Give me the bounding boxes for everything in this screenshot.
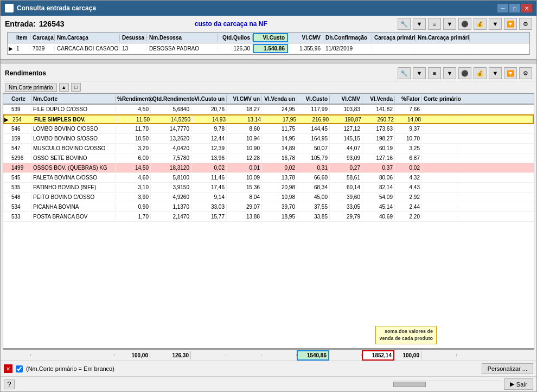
toolbar-btn-3[interactable]: ≡ <box>428 18 441 30</box>
error-icon-button[interactable]: ✕ <box>4 364 12 373</box>
cell-vl-cmv-8: 58,61 <box>330 174 362 181</box>
rend-row-3[interactable]: 546 LOMBO BOVINO C/OSSO 11,70 14,7770 9,… <box>3 124 534 134</box>
cell-vl-venda-11: 45,14 <box>362 203 395 210</box>
rendimentos-title: Rendimentos <box>5 69 46 77</box>
status-bar: ? ▶ Saír <box>1 376 536 391</box>
rend-row-1[interactable]: 539 FILE DUPLO C/OSSO 4,50 5,6840 20,76 … <box>3 105 534 114</box>
col-dh-confirmacao: Dh.Confirmação <box>323 34 372 41</box>
cell-vl-custo-un-12: 15,77 <box>191 213 227 220</box>
rend-toolbar-btn-9[interactable]: ⚙ <box>519 67 532 79</box>
rend-toolbar-btn-4[interactable]: ▼ <box>443 67 456 79</box>
total-vl-custo: 1540,86 <box>297 350 329 361</box>
rend-col-vl-custo: Vl.Custo <box>297 95 330 102</box>
main-content: Entrada: 126543 custo da carcaça na NF 🔧… <box>1 16 536 391</box>
rend-row-5[interactable]: 547 MUSCULO BOVINO C/OSSO 3,20 4,0420 12… <box>3 144 534 153</box>
rendimentos-grid[interactable]: Corte Nm.Corte %Rendimento Qtd.Rendiment… <box>3 93 534 349</box>
cell-vl-custo-un-7: 0,02 <box>191 164 227 171</box>
rend-toolbar-btn-2[interactable]: ▼ <box>413 67 426 79</box>
cell-pct-fator-5: 3,25 <box>395 145 422 152</box>
toolbar-btn-6[interactable]: 💰 <box>474 18 487 30</box>
cell-vl-cmv-4: 145,15 <box>330 135 362 142</box>
cell-qtd-quilos: 126,30 <box>218 45 253 52</box>
bottom-left: ✕ (Nm.Corte primário = Em branco) <box>4 364 114 373</box>
rend-row-9[interactable]: 535 PATINHO BOVINO (BIFE) 3,10 3,9150 17… <box>3 183 534 192</box>
rend-col-qtd-rendimento: Qtd.Rendimento <box>151 95 191 102</box>
cell-qtd-rend-2: 14,5250 <box>152 116 193 123</box>
filter-sort-desc[interactable]: □ <box>71 83 81 92</box>
rend-row-6[interactable]: 5296 OSSO SETE BOVINO 6,00 7,5780 13,96 … <box>3 153 534 163</box>
scroll-thumb[interactable] <box>393 382 426 387</box>
cell-vl-venda-un-5: 14,89 <box>262 145 297 152</box>
cell-corte-primario-8 <box>422 177 457 178</box>
rend-row-11[interactable]: 534 PICANHA BOVINA 0,90 1,1370 33,03 29,… <box>3 202 534 212</box>
rend-toolbar-btn-7[interactable]: ▼ <box>489 67 502 79</box>
cell-vl-venda-un-6: 16,78 <box>262 155 297 162</box>
cell-nm-corte-2: FILE SIMPLES BOV. <box>33 116 117 123</box>
bottom-bar: ✕ (Nm.Corte primário = Em branco) Person… <box>1 361 536 376</box>
toolbar-btn-5[interactable]: ⚫ <box>458 18 471 30</box>
cell-vl-cmv-2: 190,87 <box>331 116 363 123</box>
rend-toolbar-btn-6[interactable]: 💰 <box>474 67 487 79</box>
cell-corte-1: 539 <box>10 106 31 113</box>
maximize-button[interactable]: □ <box>509 4 520 12</box>
window-title: Consulta entrada carcaça <box>17 4 96 12</box>
cell-pct-rend-5: 3,20 <box>116 145 151 152</box>
exit-button[interactable]: ▶ Saír <box>504 378 533 390</box>
cell-nm-corte-6: OSSO SETE BOVINO <box>31 155 116 162</box>
cell-corte-primario-3 <box>422 128 457 130</box>
rend-toolbar-btn-5[interactable]: ⚫ <box>458 67 471 79</box>
personalizar-button[interactable]: Personalizar ... <box>482 363 533 374</box>
rend-row-4[interactable]: 159 LOMBO BOVINO S/OSSO 10,50 13,2620 12… <box>3 134 534 144</box>
rend-row-12[interactable]: 533 POSTA BRANCA BOV 1,70 2,1470 15,77 1… <box>3 212 534 222</box>
rend-col-vl-cmv-un: Vl.CMV un <box>227 95 262 102</box>
col-item: Item <box>14 34 30 41</box>
cell-vl-custo-5: 50,07 <box>297 145 330 152</box>
toolbar-btn-9[interactable]: ⚙ <box>519 18 532 30</box>
cell-nm-corte-5: MUSCULO BOVINO C/OSSO <box>31 145 116 152</box>
top-grid-header: Item Carcaça Nm.Carcaça Desussa Nm.Desos… <box>8 33 529 43</box>
toolbar-btn-4[interactable]: ▼ <box>443 18 456 30</box>
cell-vl-cmv-un-10: 8,04 <box>227 194 262 201</box>
help-button[interactable]: ? <box>4 380 15 389</box>
totals-row: 100,00 126,30 1540,86 1852,14 soma dos v… <box>3 349 534 361</box>
cell-vl-cmv-un-4: 10,94 <box>227 135 262 142</box>
rend-row-7[interactable]: 1499 OSSOS BOV. (QUEBRAS) KG 14,50 18,31… <box>3 163 534 173</box>
cell-vl-cmv-un-5: 10,90 <box>227 145 262 152</box>
cell-nm-corte-11: PICANHA BOVINA <box>31 203 116 210</box>
cell-vl-venda-7: 0,37 <box>362 164 395 171</box>
entrada-label: Entrada: <box>5 20 36 28</box>
horizontal-scrollbar[interactable] <box>392 381 501 388</box>
cell-vl-venda-un-10: 10,98 <box>262 194 297 201</box>
cell-qtd-rend-11: 1,1370 <box>151 203 191 210</box>
cell-pct-rend-8: 4,60 <box>116 174 151 181</box>
cell-nm-corte-3: LOMBO BOVINO C/OSSO <box>31 125 116 132</box>
cell-vl-cmv-7: 0,27 <box>330 164 362 171</box>
col-qtd-quilos: Qtd.Quilos <box>218 34 253 41</box>
toolbar-btn-8[interactable]: 🔽 <box>504 18 517 30</box>
cell-vl-venda-6: 127,16 <box>362 155 395 162</box>
cell-vl-custo-un-6: 13,96 <box>191 155 227 162</box>
toolbar-btn-7[interactable]: ▼ <box>489 18 502 30</box>
cell-qtd-rend-1: 5,6840 <box>151 106 191 113</box>
total-qtd-rend: 126,30 <box>150 351 191 359</box>
rend-toolbar-btn-1[interactable]: 🔧 <box>398 67 411 79</box>
close-button[interactable]: ✕ <box>521 4 532 12</box>
rend-toolbar-btn-3[interactable]: ≡ <box>428 67 441 79</box>
rend-row-10[interactable]: 548 PEITO BOVINO C/OSSO 3,90 4,9260 9,14… <box>3 192 534 202</box>
cell-vl-cmv-11: 33,05 <box>330 203 362 210</box>
top-grid-row[interactable]: ▶ 1 7039 CARCACA BOI CASADO 1 13 DESOSSA… <box>8 43 529 54</box>
rend-row-8[interactable]: 545 PALETA BOVINA C/OSSO 4,60 5,8100 11,… <box>3 173 534 183</box>
rend-row-2[interactable]: ▶ 254 FILE SIMPLES BOV. 11,50 14,5250 14… <box>3 114 534 124</box>
toolbar-btn-1[interactable]: 🔧 <box>398 18 411 30</box>
filter-checkbox[interactable] <box>16 365 23 372</box>
filter-sort-asc[interactable]: ▲ <box>59 83 69 92</box>
rend-toolbar-btn-8[interactable]: 🔽 <box>504 67 517 79</box>
cell-nm-desossa: DESOSSA PADRAO <box>147 45 218 52</box>
cell-vl-custo-un-1: 20,76 <box>191 106 227 113</box>
toolbar-btn-2[interactable]: ▼ <box>413 18 426 30</box>
minimize-button[interactable]: ─ <box>497 4 508 12</box>
rend-row-arrow: ▶ <box>4 117 11 123</box>
cell-nm-corte-9: PATINHO BOVINO (BIFE) <box>31 184 116 191</box>
col-nm-desossa: Nm.Desossa <box>147 34 218 41</box>
cell-corte-primario-4 <box>422 138 457 139</box>
